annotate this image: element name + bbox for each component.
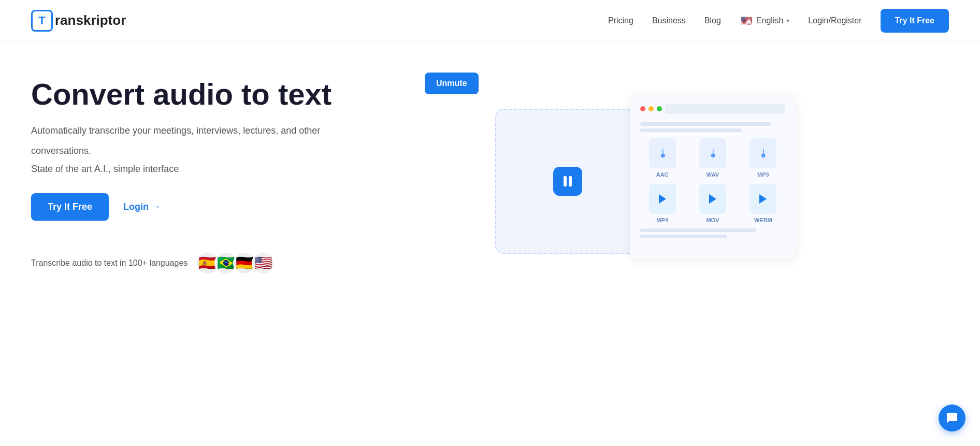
login-register-link[interactable]: Login/Register (808, 16, 861, 25)
text-lines-bottom (640, 228, 785, 238)
format-icon-mov (699, 184, 726, 214)
text-line-b2 (640, 235, 727, 238)
browser-search-bar (665, 104, 785, 114)
browser-bar (640, 104, 785, 114)
format-webm: WEBM (741, 184, 785, 223)
hero-login-button[interactable]: Login → (123, 202, 161, 212)
languages-text: Transcribe audio to text in 100+ languag… (31, 258, 188, 268)
flag-stack: 🇪🇸 🇧🇷 🇩🇪 🇺🇸 (196, 252, 275, 275)
format-mov: MOV (690, 184, 734, 223)
text-line (640, 122, 771, 126)
illustration: AAC WAV (495, 93, 796, 280)
format-label-mp4: MP4 (656, 217, 668, 223)
languages-row: Transcribe audio to text in 100+ languag… (31, 252, 342, 275)
flag-us: 🇺🇸 (252, 252, 275, 275)
format-icon-webm (750, 184, 776, 214)
unmute-button[interactable]: Unmute (425, 73, 479, 94)
text-line-b1 (640, 228, 756, 232)
hero-right: Unmute (342, 73, 949, 280)
format-label-aac: AAC (656, 171, 669, 178)
format-icon-mp3 (750, 138, 776, 168)
formats-panel: AAC WAV (630, 93, 796, 259)
format-label-mov: MOV (706, 217, 719, 223)
hero-section: Convert audio to text Automatically tran… (0, 41, 980, 321)
hero-cta-button[interactable]: Try It Free (31, 193, 109, 221)
format-wav: WAV (690, 138, 734, 178)
header-cta-button[interactable]: Try It Free (881, 9, 949, 33)
format-icon-mp4 (649, 184, 676, 214)
format-icon-aac (649, 138, 676, 168)
language-selector[interactable]: 🇺🇸 English ▾ (740, 14, 789, 27)
logo-icon: T (31, 10, 53, 32)
hero-left: Convert audio to text Automatically tran… (31, 78, 342, 274)
format-label-mp3: MP3 (757, 171, 769, 178)
hero-buttons: Try It Free Login → (31, 193, 342, 221)
format-mp3: MP3 (741, 138, 785, 178)
pause-bar-right (569, 176, 572, 186)
text-line (640, 128, 742, 132)
nav-business[interactable]: Business (652, 16, 686, 25)
hero-subtitle-3: State of the art A.I., simple interface (31, 164, 342, 175)
play-icon-mov (709, 194, 716, 204)
logo[interactable]: T ranskriptor (31, 10, 126, 32)
language-label: English (756, 16, 783, 25)
format-label-wav: WAV (707, 171, 719, 178)
format-label-webm: WEBM (754, 217, 772, 223)
hero-subtitle-2: conversations. (31, 143, 342, 159)
waveform-panel (495, 109, 640, 254)
dot-red (640, 106, 645, 111)
format-aac: AAC (640, 138, 684, 178)
pause-bar-left (564, 176, 567, 186)
hero-subtitle-1: Automatically transcribe your meetings, … (31, 123, 342, 138)
format-grid: AAC WAV (640, 138, 785, 223)
logo-text: ranskriptor (55, 12, 126, 28)
dot-yellow (648, 106, 654, 111)
format-mp4: MP4 (640, 184, 684, 223)
hero-title: Convert audio to text (31, 78, 342, 111)
play-icon-mp4 (659, 194, 666, 204)
nav-pricing[interactable]: Pricing (608, 16, 633, 25)
main-nav: Pricing Business Blog 🇺🇸 English ▾ Login… (608, 9, 949, 33)
dot-green (657, 106, 662, 111)
pause-button[interactable] (553, 167, 582, 196)
nav-blog[interactable]: Blog (704, 16, 721, 25)
chevron-down-icon: ▾ (786, 17, 789, 24)
language-flag: 🇺🇸 (740, 14, 753, 27)
play-icon-webm (759, 194, 767, 204)
text-lines-top (640, 122, 785, 132)
format-icon-wav (699, 138, 726, 168)
